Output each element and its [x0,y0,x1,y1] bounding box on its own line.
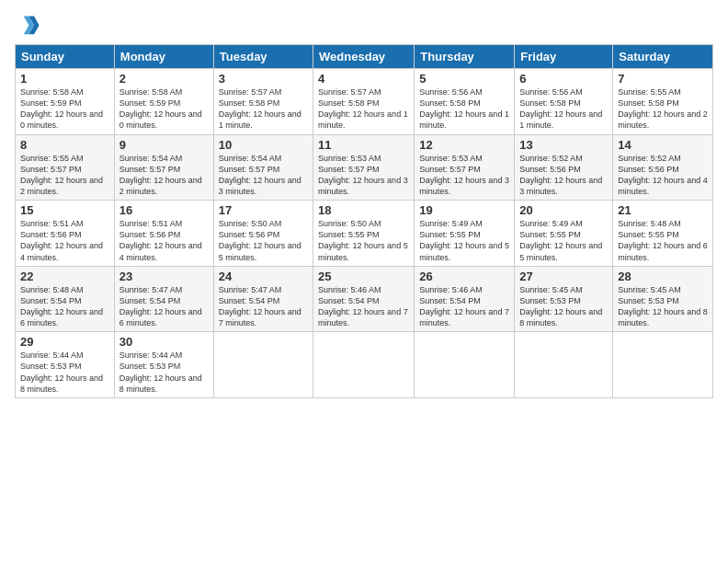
day-number: 28 [618,270,708,283]
col-thursday: Thursday [415,45,515,69]
sunrise-label: Sunrise: 5:49 AM [519,219,583,228]
day-number: 14 [618,138,708,152]
day-number: 1 [20,72,109,86]
daylight-label: Daylight: 12 hours and 5 minutes. [219,241,301,261]
day-number: 25 [318,270,409,283]
sunrise-label: Sunrise: 5:51 AM [20,219,84,228]
day-info: Sunrise: 5:50 AM Sunset: 5:56 PM Dayligh… [219,218,308,263]
col-saturday: Saturday [613,45,713,69]
sunrise-label: Sunrise: 5:47 AM [119,285,183,294]
sunset-label: Sunset: 5:56 PM [219,230,280,239]
day-info: Sunrise: 5:47 AM Sunset: 5:54 PM Dayligh… [119,284,209,329]
sunrise-label: Sunrise: 5:58 AM [119,87,183,97]
calendar-cell: 19 Sunrise: 5:49 AM Sunset: 5:55 PM Dayl… [415,201,515,267]
day-info: Sunrise: 5:50 AM Sunset: 5:55 PM Dayligh… [318,218,409,263]
sunset-label: Sunset: 5:53 PM [618,296,679,305]
col-sunday: Sunday [16,45,115,69]
sunset-label: Sunset: 5:57 PM [419,165,481,174]
day-number: 20 [519,203,608,217]
sunset-label: Sunset: 5:57 PM [318,165,380,174]
sunrise-label: Sunrise: 5:54 AM [219,154,282,163]
daylight-label: Daylight: 12 hours and 0 minutes. [20,109,103,130]
sunrise-label: Sunrise: 5:46 AM [419,285,483,294]
daylight-label: Daylight: 12 hours and 3 minutes. [219,176,301,196]
day-number: 13 [519,138,608,152]
day-info: Sunrise: 5:56 AM Sunset: 5:58 PM Dayligh… [519,86,608,132]
sunrise-label: Sunrise: 5:46 AM [318,285,381,294]
col-friday: Friday [515,45,613,69]
day-info: Sunrise: 5:46 AM Sunset: 5:54 PM Dayligh… [318,284,409,329]
calendar-cell: 6 Sunrise: 5:56 AM Sunset: 5:58 PM Dayli… [515,69,613,135]
page-header [15,11,713,37]
sunrise-label: Sunrise: 5:45 AM [618,285,681,294]
day-number: 7 [618,72,708,86]
calendar-cell: 4 Sunrise: 5:57 AM Sunset: 5:58 PM Dayli… [313,69,415,135]
day-info: Sunrise: 5:53 AM Sunset: 5:57 PM Dayligh… [318,153,409,198]
day-info: Sunrise: 5:44 AM Sunset: 5:53 PM Dayligh… [119,350,209,395]
sunset-label: Sunset: 5:58 PM [419,98,481,108]
sunrise-label: Sunrise: 5:45 AM [519,285,583,294]
day-info: Sunrise: 5:57 AM Sunset: 5:58 PM Dayligh… [219,86,308,132]
sunrise-label: Sunrise: 5:56 AM [419,87,483,97]
daylight-label: Daylight: 12 hours and 8 minutes. [519,307,602,327]
sunset-label: Sunset: 5:53 PM [519,296,581,305]
day-info: Sunrise: 5:48 AM Sunset: 5:55 PM Dayligh… [618,218,708,263]
calendar-body: 1 Sunrise: 5:58 AM Sunset: 5:59 PM Dayli… [16,69,713,398]
day-number: 18 [318,203,409,217]
daylight-label: Daylight: 12 hours and 4 minutes. [20,241,103,261]
calendar-cell: 9 Sunrise: 5:54 AM Sunset: 5:57 PM Dayli… [114,134,213,201]
day-info: Sunrise: 5:49 AM Sunset: 5:55 PM Dayligh… [519,218,608,263]
sunset-label: Sunset: 5:54 PM [119,296,181,305]
day-info: Sunrise: 5:56 AM Sunset: 5:58 PM Dayligh… [419,86,509,132]
calendar-cell: 18 Sunrise: 5:50 AM Sunset: 5:55 PM Dayl… [313,201,415,267]
calendar-cell: 7 Sunrise: 5:55 AM Sunset: 5:58 PM Dayli… [613,69,713,135]
daylight-label: Daylight: 12 hours and 1 minute. [519,109,602,130]
table-row: 29 Sunrise: 5:44 AM Sunset: 5:53 PM Dayl… [16,332,713,398]
calendar-cell: 12 Sunrise: 5:53 AM Sunset: 5:57 PM Dayl… [415,134,515,201]
calendar-cell: 24 Sunrise: 5:47 AM Sunset: 5:54 PM Dayl… [213,266,313,332]
sunrise-label: Sunrise: 5:57 AM [219,87,282,97]
table-row: 1 Sunrise: 5:58 AM Sunset: 5:59 PM Dayli… [16,69,713,135]
day-info: Sunrise: 5:58 AM Sunset: 5:59 PM Dayligh… [20,86,109,132]
calendar-cell: 5 Sunrise: 5:56 AM Sunset: 5:58 PM Dayli… [415,69,515,135]
calendar-cell: 21 Sunrise: 5:48 AM Sunset: 5:55 PM Dayl… [613,201,713,267]
day-number: 27 [519,270,608,283]
day-number: 19 [419,203,509,217]
sunrise-label: Sunrise: 5:54 AM [119,154,183,163]
sunset-label: Sunset: 5:55 PM [318,230,380,239]
calendar-table: Sunday Monday Tuesday Wednesday Thursday… [15,44,713,398]
day-info: Sunrise: 5:58 AM Sunset: 5:59 PM Dayligh… [119,86,209,132]
day-info: Sunrise: 5:51 AM Sunset: 5:56 PM Dayligh… [119,218,209,263]
daylight-label: Daylight: 12 hours and 0 minutes. [119,109,202,130]
daylight-label: Daylight: 12 hours and 6 minutes. [119,307,202,327]
day-info: Sunrise: 5:47 AM Sunset: 5:54 PM Dayligh… [219,284,308,329]
day-info: Sunrise: 5:45 AM Sunset: 5:53 PM Dayligh… [519,284,608,329]
logo [15,11,42,37]
daylight-label: Daylight: 12 hours and 2 minutes. [20,176,103,196]
day-info: Sunrise: 5:48 AM Sunset: 5:54 PM Dayligh… [20,284,109,329]
calendar-cell: 16 Sunrise: 5:51 AM Sunset: 5:56 PM Dayl… [114,201,213,267]
sunrise-label: Sunrise: 5:51 AM [119,219,183,228]
day-info: Sunrise: 5:57 AM Sunset: 5:58 PM Dayligh… [318,86,409,132]
sunset-label: Sunset: 5:55 PM [419,230,481,239]
col-tuesday: Tuesday [213,45,313,69]
daylight-label: Daylight: 12 hours and 6 minutes. [20,307,103,327]
day-info: Sunrise: 5:55 AM Sunset: 5:57 PM Dayligh… [20,153,109,198]
col-monday: Monday [114,45,213,69]
daylight-label: Daylight: 12 hours and 5 minutes. [419,241,509,261]
day-number: 8 [20,138,109,152]
header-row: Sunday Monday Tuesday Wednesday Thursday… [16,45,713,69]
day-number: 30 [119,335,209,349]
calendar-cell: 10 Sunrise: 5:54 AM Sunset: 5:57 PM Dayl… [213,134,313,201]
sunrise-label: Sunrise: 5:56 AM [519,87,583,97]
calendar-cell: 26 Sunrise: 5:46 AM Sunset: 5:54 PM Dayl… [415,266,515,332]
sunrise-label: Sunrise: 5:57 AM [318,87,381,97]
day-number: 3 [219,72,308,86]
day-number: 15 [20,203,109,217]
daylight-label: Daylight: 12 hours and 4 minutes. [618,176,708,196]
calendar-cell: 28 Sunrise: 5:45 AM Sunset: 5:53 PM Dayl… [613,266,713,332]
sunset-label: Sunset: 5:58 PM [519,98,581,108]
calendar-cell: 11 Sunrise: 5:53 AM Sunset: 5:57 PM Dayl… [313,134,415,201]
daylight-label: Daylight: 12 hours and 7 minutes. [219,307,301,327]
day-info: Sunrise: 5:53 AM Sunset: 5:57 PM Dayligh… [419,153,509,198]
